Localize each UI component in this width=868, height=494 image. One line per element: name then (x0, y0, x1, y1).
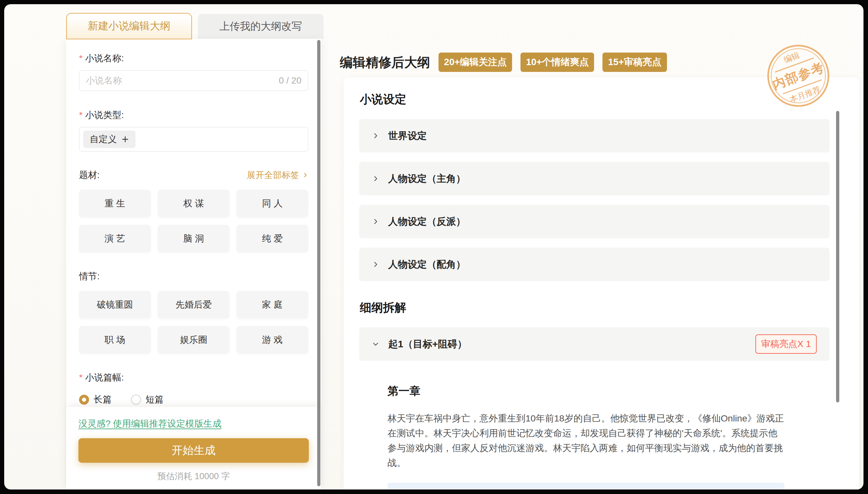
page-title: 编辑精修后大纲 (340, 54, 430, 71)
genre-tag[interactable]: 权 谋 (158, 190, 229, 217)
stamp-divider (775, 57, 814, 73)
tab-new-outline-label: 新建小说编辑大纲 (88, 19, 170, 33)
novel-settings-heading: 小说设定 (360, 92, 830, 107)
plot-tag[interactable]: 娱乐圈 (158, 326, 229, 354)
review-highlight-count-badge: 审稿亮点X 1 (755, 335, 817, 354)
outline-header: 编辑精修后大纲 20+编辑关注点 10+个情绪爽点 15+审稿亮点 (340, 52, 667, 73)
accordion-character-supporting[interactable]: 人物设定（配角） (359, 248, 830, 281)
radio-unselected-icon (131, 395, 141, 405)
radio-long-form[interactable]: 长篇 (79, 393, 112, 406)
accordion-act1-expanded[interactable]: 起1（目标+阻碍） 审稿亮点X 1 (359, 327, 830, 361)
novel-name-input[interactable] (86, 75, 274, 86)
chevron-down-icon (372, 341, 379, 348)
custom-type-chip[interactable]: 自定义 (83, 131, 135, 148)
tab-upload-rewrite[interactable]: 上传我的大纲改写 (198, 14, 324, 39)
novel-name-field[interactable]: 0 / 20 (79, 70, 308, 91)
tab-upload-rewrite-label: 上传我的大纲改写 (219, 19, 302, 34)
plus-icon (121, 135, 129, 143)
novel-type-label: * 小说类型: (79, 109, 308, 121)
plot-tag[interactable]: 破镜重圆 (79, 291, 151, 318)
start-generate-button[interactable]: 开始生成 (78, 438, 309, 463)
detail-breakdown-heading: 细纲拆解 (360, 300, 830, 316)
required-asterisk: * (79, 110, 82, 120)
genre-tag[interactable]: 演 艺 (79, 225, 151, 252)
radio-selected-icon (79, 395, 89, 405)
novel-settings-form: * 小说名称: 0 / 20 * 小说类型: 自定义 题材: (66, 39, 321, 406)
genre-label: 题材: (79, 169, 100, 181)
chapter-one-section: 第一章 林天宇在车祸中身亡，意外重生到10年前18岁的自己。他惊觉世界已改变，《… (359, 370, 785, 490)
required-asterisk: * (79, 53, 82, 63)
right-panel-scrollbar[interactable] (836, 111, 839, 402)
badge-editor-focus: 20+编辑关注点 (439, 53, 512, 72)
badge-review-highlights: 15+审稿亮点 (603, 53, 667, 72)
accordion-world-setting[interactable]: 世界设定 (359, 119, 830, 153)
expand-all-tags-link[interactable]: 展开全部标签 (247, 169, 308, 181)
tab-new-outline[interactable]: 新建小说编辑大纲 (66, 13, 192, 39)
accordion-character-protagonist[interactable]: 人物设定（主角） (359, 162, 830, 195)
plot-label: 情节: (79, 270, 308, 283)
radio-short-form[interactable]: 短篇 (131, 393, 164, 406)
outline-content-panel: 小说设定 世界设定 人物设定（主角） 人物设定（反派） 人物设定（配角） 细 (344, 77, 859, 490)
novel-settings-panel: * 小说名称: 0 / 20 * 小说类型: 自定义 题材: (66, 39, 321, 490)
chevron-right-icon (372, 218, 379, 225)
left-panel-scrollbar[interactable] (317, 40, 320, 486)
genre-header-row: 题材: 展开全部标签 (79, 169, 308, 181)
required-asterisk: * (79, 373, 82, 383)
genre-tag[interactable]: 重 生 (79, 190, 151, 217)
plot-tag[interactable]: 家 庭 (237, 291, 308, 318)
genre-tag[interactable]: 同 人 (237, 190, 308, 217)
use-editor-template-link[interactable]: 没灵感? 使用编辑推荐设定模版生成 (78, 418, 221, 430)
chevron-right-icon (372, 261, 379, 268)
novel-name-label: * 小说名称: (79, 52, 308, 64)
plot-tag[interactable]: 游 戏 (237, 326, 308, 354)
estimate-cost-text: 预估消耗 10000 字 (78, 471, 309, 482)
stamp-top-text: 编辑 (782, 50, 801, 65)
genre-tag[interactable]: 脑 洞 (158, 225, 229, 252)
genre-tag[interactable]: 纯 爱 (237, 225, 308, 252)
note-review-highlight: 审稿亮点：重生、系统、现实与游戏的冲突三大元素在开篇就已埋下伏笔，为后续剧情发展… (388, 483, 784, 490)
plot-tag[interactable]: 先婚后爱 (158, 291, 229, 318)
length-radio-group: 长篇 短篇 (79, 393, 308, 406)
length-label: * 小说篇幅: (79, 372, 308, 384)
badge-emotion-points: 10+个情绪爽点 (520, 53, 594, 72)
chevron-right-icon (302, 172, 308, 178)
accordion-character-antagonist[interactable]: 人物设定（反派） (359, 205, 830, 238)
chevron-right-icon (372, 132, 379, 139)
plot-tag-grid: 破镜重圆 先婚后爱 家 庭 职 场 娱乐圈 游 戏 (79, 291, 308, 354)
app-surface: 上传我的大纲改写 新建小说编辑大纲 * 小说名称: 0 / 20 * 小说类型:… (4, 4, 864, 490)
plot-tag[interactable]: 职 场 (79, 326, 151, 354)
novel-type-field[interactable]: 自定义 (79, 127, 308, 152)
form-footer: 没灵感? 使用编辑推荐设定模版生成 开始生成 预估消耗 10000 字 (66, 406, 321, 490)
char-counter: 0 / 20 (279, 75, 301, 86)
chapter-summary: 林天宇在车祸中身亡，意外重生到10年前18岁的自己。他惊觉世界已改变，《修仙On… (388, 411, 784, 471)
genre-tag-grid: 重 生 权 谋 同 人 演 艺 脑 洞 纯 爱 (79, 190, 308, 252)
chevron-right-icon (372, 175, 379, 182)
chapter-title: 第一章 (388, 384, 785, 399)
